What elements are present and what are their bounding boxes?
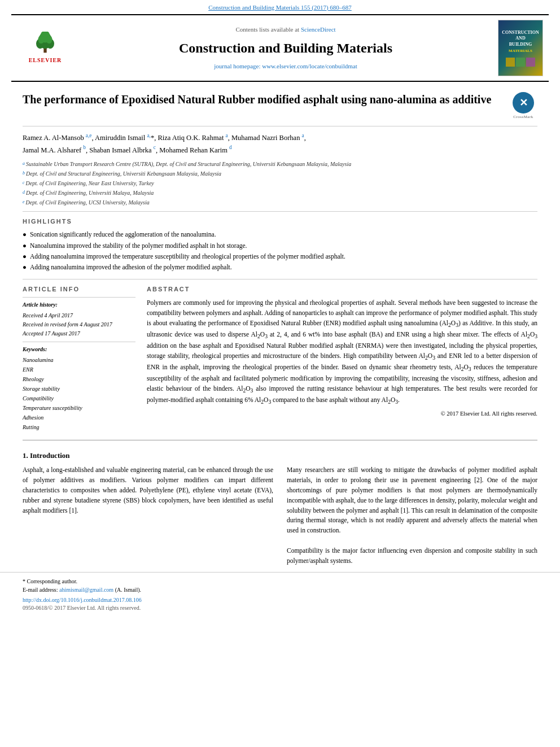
intro-text-left: Asphalt, a long-established and valuable… xyxy=(23,465,273,516)
intro-text-right: Many researchers are still working to mi… xyxy=(287,465,537,566)
crossmark-badge[interactable]: ✕ CrossMark xyxy=(509,92,537,120)
affil-d: d Dept. of Civil Engineering, Universiti… xyxy=(23,189,537,198)
affil-a: a Sustainable Urban Transport Research C… xyxy=(23,160,537,169)
elsevier-logo-area: ELSEVIER xyxy=(11,20,79,76)
article-title-section: The performance of Epoxidised Natural Ru… xyxy=(23,82,537,126)
intro-col-right: Many researchers are still working to mi… xyxy=(287,465,537,566)
cover-title-line2: and xyxy=(515,36,525,41)
journal-cover-image: Construction and Building MATERIALS xyxy=(498,20,543,76)
abstract-label: ABSTRACT xyxy=(147,285,537,294)
info-abstract-section: ARTICLE INFO Article history: Received 4… xyxy=(23,279,537,438)
highlight-3: ● Adding nanoalumina improved the temper… xyxy=(23,251,537,261)
sciencedirect-link[interactable]: ScienceDirect xyxy=(301,26,336,33)
intro-number: 1. xyxy=(23,451,28,460)
journal-title: Construction and Building Materials xyxy=(179,39,392,58)
journal-header: ELSEVIER Contents lists available at Sci… xyxy=(11,14,549,82)
issn-line: 0950-0618/© 2017 Elsevier Ltd. All right… xyxy=(23,604,537,612)
copyright-line: © 2017 Elsevier Ltd. All rights reserved… xyxy=(147,410,537,418)
journal-homepage: journal homepage: www.elsevier.com/locat… xyxy=(214,62,357,71)
cover-accent: MATERIALS xyxy=(509,49,532,54)
highlights-label: HIGHLIGHTS xyxy=(23,217,537,226)
journal-citation: Construction and Building Materials 155 … xyxy=(0,0,560,14)
highlight-4: ● Adding nanoalumina improved the adhesi… xyxy=(23,262,537,272)
article-title: The performance of Epoxidised Natural Ru… xyxy=(23,92,498,107)
highlight-1: ● Sonication significantly reduced the a… xyxy=(23,229,537,239)
affil-c: c Dept. of Civil Engineering, Near East … xyxy=(23,179,537,188)
info-divider-2 xyxy=(23,342,135,342)
affil-b: b Dept. of Civil and Structural Engineer… xyxy=(23,169,537,178)
doi-link[interactable]: http://dx.doi.org/10.1016/j.conbuildmat.… xyxy=(23,596,537,604)
authors-section: Ramez A. Al-Mansob a,e, Amiruddin Ismail… xyxy=(23,126,537,212)
cover-title-line1: Construction xyxy=(502,30,539,36)
article-info-label: ARTICLE INFO xyxy=(23,285,135,294)
info-divider-1 xyxy=(23,297,135,298)
highlights-section: HIGHLIGHTS ● Sonication significantly re… xyxy=(23,212,537,279)
intro-two-col: Asphalt, a long-established and valuable… xyxy=(23,465,537,566)
affiliations: a Sustainable Urban Transport Research C… xyxy=(23,160,537,207)
article-history-label: Article history: xyxy=(23,301,135,309)
keywords-label: Keywords: xyxy=(23,346,135,353)
received-date: Received 4 April 2017 xyxy=(23,311,135,320)
authors-line1: Ramez A. Al-Mansob a,e, Amiruddin Ismail… xyxy=(23,132,537,156)
journal-cover-area: Construction and Building MATERIALS xyxy=(492,20,549,76)
elsevier-tree-icon xyxy=(28,32,62,54)
keyword-6: Temperature susceptibility xyxy=(23,403,135,413)
abstract-col: ABSTRACT Polymers are commonly used for … xyxy=(147,285,537,432)
keyword-1: Nanoalumina xyxy=(23,355,135,365)
author-email[interactable]: ahimismail@gmail.com xyxy=(59,587,113,593)
highlight-2: ● Nanoalumina improved the stability of … xyxy=(23,241,537,251)
svg-point-5 xyxy=(38,36,45,44)
header-center: Contents lists available at ScienceDirec… xyxy=(79,20,492,76)
keyword-4: Storage stability xyxy=(23,384,135,394)
accepted-date: Accepted 17 August 2017 xyxy=(23,329,135,338)
keyword-5: Compatibility xyxy=(23,394,135,403)
article-content: The performance of Epoxidised Natural Ru… xyxy=(0,82,560,566)
intro-title: Introduction xyxy=(30,451,70,460)
contents-available: Contents lists available at ScienceDirec… xyxy=(235,25,335,34)
intro-col-left: Asphalt, a long-established and valuable… xyxy=(23,465,273,566)
svg-point-6 xyxy=(46,36,53,44)
article-info-col: ARTICLE INFO Article history: Received 4… xyxy=(23,285,135,432)
keyword-2: ENR xyxy=(23,365,135,374)
keyword-8: Rutting xyxy=(23,422,135,432)
elsevier-brand: ELSEVIER xyxy=(29,56,62,64)
crossmark-circle: ✕ xyxy=(513,92,534,113)
abstract-text: Polymers are commonly used for improving… xyxy=(147,298,537,407)
crossmark-label: CrossMark xyxy=(513,115,533,120)
section-divider xyxy=(23,440,537,440)
affil-e: e Dept. of Civil Engineering, UCSI Unive… xyxy=(23,198,537,207)
intro-heading: 1. Introduction xyxy=(23,451,537,461)
article-footer: * Corresponding author. E-mail address: … xyxy=(0,572,560,615)
cover-title-line3: Building xyxy=(509,42,532,47)
corresponding-author-note: * Corresponding author. E-mail address: … xyxy=(23,577,537,594)
keyword-3: Rheology xyxy=(23,374,135,384)
revised-date: Received in revised form 4 August 2017 xyxy=(23,320,135,329)
crossmark-x-icon: ✕ xyxy=(519,96,528,110)
keyword-7: Adhesion xyxy=(23,413,135,422)
introduction-section: 1. Introduction Asphalt, a long-establis… xyxy=(23,443,537,566)
